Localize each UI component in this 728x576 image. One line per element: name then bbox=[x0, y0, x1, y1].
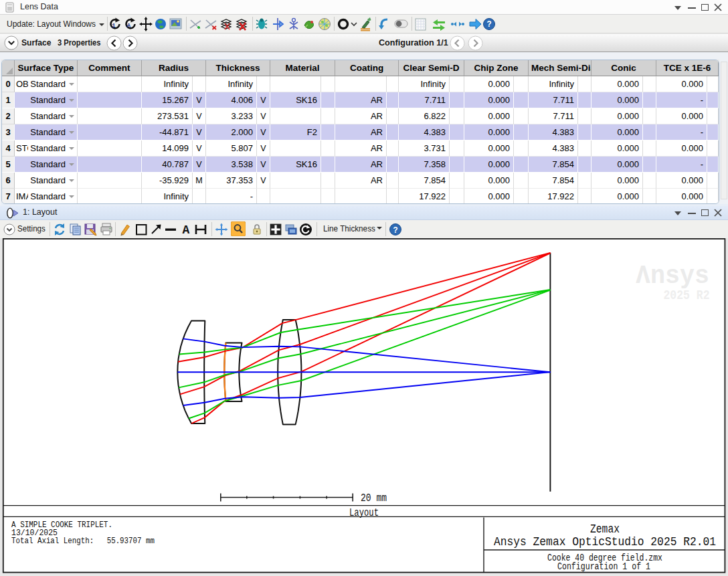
svg-text:2025 R2: 2025 R2 bbox=[664, 288, 710, 303]
svg-text:Configuration 1 of 1: Configuration 1 of 1 bbox=[557, 561, 650, 572]
svg-text:Zemax: Zemax bbox=[590, 522, 620, 536]
svg-text:Total Axial Length: 55.93707: Total Axial Length: 55.93707 mm bbox=[11, 536, 155, 546]
svg-text:Layout: Layout bbox=[349, 506, 379, 519]
svg-text:?: ? bbox=[393, 226, 398, 235]
svg-text:Ansys Zemax OpticStudio 2025 R: Ansys Zemax OpticStudio 2025 R2.01 bbox=[494, 535, 716, 549]
svg-text:?: ? bbox=[487, 20, 492, 29]
svg-text:A: A bbox=[127, 22, 131, 29]
svg-text:1: 1 bbox=[112, 22, 116, 29]
svg-text:20 mm: 20 mm bbox=[361, 492, 387, 504]
svg-text:Λnsys: Λnsys bbox=[636, 262, 709, 291]
svg-text:A: A bbox=[183, 223, 190, 237]
